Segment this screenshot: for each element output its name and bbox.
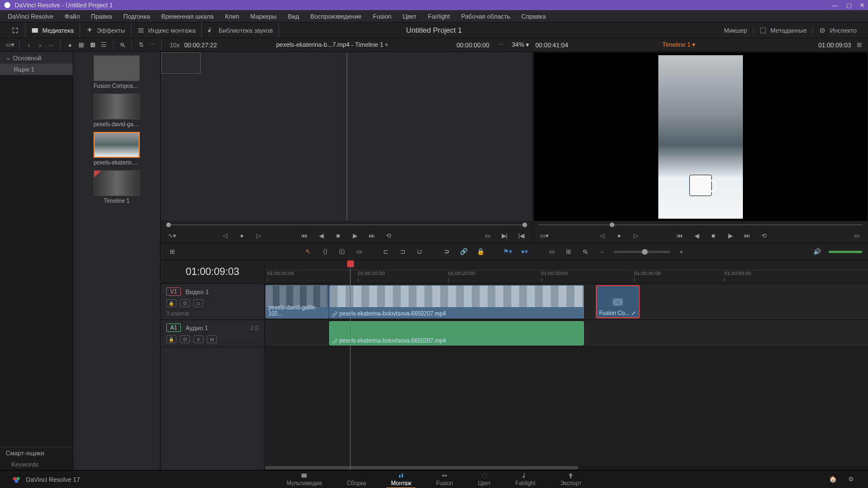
page-color[interactable]: Цвет [473,471,495,489]
grid-view-icon[interactable]: ⊞ [87,39,98,51]
src-last[interactable]: ⏭ [366,230,378,241]
more-icon[interactable]: ⋯ [147,39,158,51]
window-close[interactable]: ✕ [860,2,865,9]
v1-enable-icon[interactable]: ▭ [193,299,203,307]
page-fusion[interactable]: Fusion [432,471,458,489]
zoom-in[interactable]: + [676,246,687,258]
tl-view-opts[interactable]: ⊞ [166,246,178,258]
sort-icon[interactable]: ⇅ [135,39,147,51]
clip-ekaterina-video[interactable]: pexels-ekaterina-bolovtsova-6650207.mp4 [329,285,584,318]
sounds-btn[interactable]: Библиотека звуков [219,27,273,34]
source-scrubber[interactable] [166,223,527,227]
a1-auto-icon[interactable]: ⊡ [180,335,190,343]
nav-fwd[interactable]: › [34,39,46,51]
bin-item[interactable]: Ящик 1 [0,64,73,75]
smart-bins[interactable]: Смарт-ящики [0,447,73,459]
src-out[interactable]: |◀ [516,230,527,241]
page-fairlight[interactable]: Fairlight [511,471,540,489]
menu-view[interactable]: Вид [284,12,304,21]
media-pool-btn[interactable]: Медиатека [42,27,74,34]
src-loop[interactable]: ⟲ [383,230,395,241]
project-manager-icon[interactable]: 🏠 [827,474,839,485]
nav-back[interactable]: ‹ [23,39,34,51]
menu-markers[interactable]: Маркеры [246,12,281,21]
program-monitor[interactable] [534,52,867,221]
blade-tool[interactable]: ▭ [353,246,365,258]
page-deliver[interactable]: Экспорт [556,471,586,489]
src-next-edit[interactable]: ▷ [253,230,264,241]
nav-more[interactable]: ··· [46,39,57,51]
menu-trim[interactable]: Подгонка [119,12,154,21]
menu-help[interactable]: Справка [517,12,550,21]
insert-clip[interactable]: ⊏ [380,246,392,258]
tl-mode1[interactable]: ▭ [546,246,557,258]
fullscreen-icon[interactable] [11,26,19,34]
playhead-line[interactable] [350,266,351,470]
tl-mode2[interactable]: ⊞ [563,246,574,258]
tl-opts[interactable]: ⊞ [853,39,865,51]
prog-next-edit[interactable]: ▷ [630,230,641,241]
prog-loop[interactable]: ⟲ [759,230,770,241]
src-stop[interactable]: ■ [333,230,344,241]
a1-solo-icon[interactable]: S [193,335,203,343]
snap-tool[interactable]: ⊃ [441,246,453,258]
replace-clip[interactable]: ⊔ [414,246,426,258]
prog-stop[interactable]: ■ [708,230,719,241]
a1-lock-icon[interactable]: 🔒 [166,335,176,343]
prog-nav-dot[interactable]: ● [613,230,625,241]
a1-track[interactable]: pexels-ekaterina-bolovtsova-6650207.mp4 [265,320,868,347]
v1-lock-icon[interactable]: 🔒 [166,299,176,307]
menu-playback[interactable]: Воспроизведение [306,12,366,21]
prog-play[interactable]: ▶ [725,230,736,241]
clip-fusion[interactable]: Fusion Compositi... [77,55,157,89]
tl-search[interactable]: 🔍︎ [580,246,591,258]
src-matchframe[interactable]: ▭ [482,230,493,241]
volume-slider[interactable] [829,251,862,253]
h-scrollbar[interactable] [265,465,868,470]
clip-david[interactable]: pexels-david-galli... [77,94,157,127]
keywords-bin[interactable]: Keywords [0,459,73,470]
filmstrip-icon[interactable]: ▦ [76,39,87,51]
v1-auto-icon[interactable]: ⊡ [180,299,190,307]
menu-resolve[interactable]: DaVinci Resolve [3,12,58,21]
prog-prev-edit[interactable]: ◁ [596,230,608,241]
marker-blue[interactable]: ●▾ [519,246,530,258]
a1-header[interactable]: A1Аудио 12.0 🔒⊡SM [161,320,264,347]
src-prev[interactable]: ◀ [316,230,327,241]
menu-color[interactable]: Цвет [398,12,421,21]
metadata-btn[interactable]: Метаданные [770,27,807,34]
prog-matchframe[interactable]: ▭ [851,230,862,241]
inspector-btn[interactable]: Инспекто [830,27,857,34]
list-view-icon[interactable]: ☰ [98,39,109,51]
flag-blue[interactable]: ⚑▾ [502,246,513,258]
record-icon[interactable]: ● [64,39,76,51]
menu-fairlight[interactable]: Fairlight [423,12,454,21]
master-bin[interactable]: ⌄Основной [0,52,73,64]
prog-first[interactable]: ⏮ [674,230,685,241]
mixer-btn[interactable]: Микшер [724,27,747,34]
zoom-slider[interactable] [614,251,670,253]
playhead-marker[interactable] [347,260,354,267]
link-tool[interactable]: 🔗 [458,246,470,258]
zoom-out[interactable]: − [597,246,608,258]
trim-tool[interactable]: ⟨⟩ [320,246,331,258]
prog-overlay[interactable]: ▭▾ [539,230,550,241]
expand-icon[interactable]: ⤢ [631,310,636,316]
src-in[interactable]: ▶| [499,230,510,241]
bin-dropdown[interactable]: ▭▾ [5,39,16,51]
search-icon[interactable]: 🔍︎ [117,39,128,51]
window-maximize[interactable]: ▢ [846,2,852,9]
src-prev-edit[interactable]: ◁ [219,230,231,241]
timeline-name[interactable]: Timeline 1 ▾ [662,41,696,48]
src-first[interactable]: ⏮ [299,230,310,241]
v1-header[interactable]: V1Видео 1 🔒⊡▭ 3 клипов [161,284,264,320]
timeline-canvas[interactable]: 01:00:00:00 01:00:10:00 01:00:20:00 01:0… [265,260,868,470]
playback-speed[interactable]: 10x [165,42,184,48]
clip-david-gallie[interactable]: pexels-david-gallie-102... [265,285,329,318]
selection-tool[interactable]: ↖ [303,246,314,258]
src-nav-dot[interactable]: ● [236,230,247,241]
menu-workspace[interactable]: Рабочая область [457,12,515,21]
a1-mute-icon[interactable]: M [207,335,217,343]
source-monitor[interactable] [161,52,532,221]
page-cut[interactable]: Сборка [342,471,370,489]
